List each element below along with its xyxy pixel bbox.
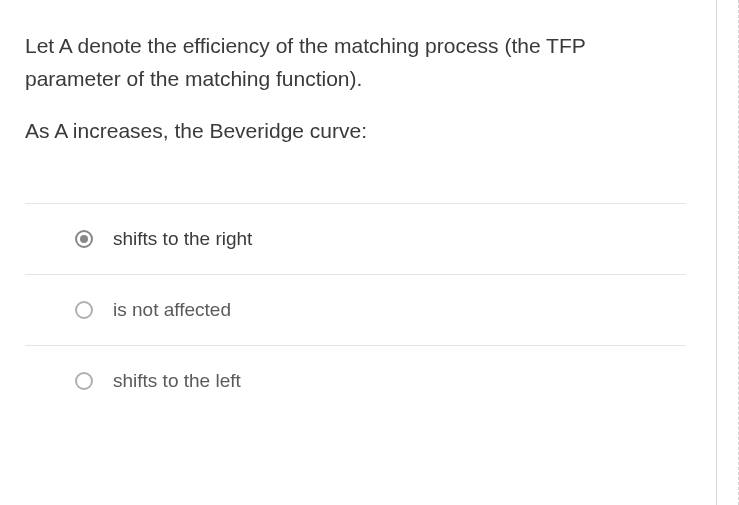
option-label: shifts to the right — [113, 228, 252, 250]
radio-icon — [75, 230, 93, 248]
radio-icon — [75, 372, 93, 390]
question-text-2: As A increases, the Beveridge curve: — [25, 115, 686, 148]
option-label: is not affected — [113, 299, 231, 321]
options-list: shifts to the right is not affected shif… — [25, 203, 686, 416]
option-row-1[interactable]: is not affected — [25, 275, 686, 346]
option-label: shifts to the left — [113, 370, 241, 392]
option-row-0[interactable]: shifts to the right — [25, 204, 686, 275]
option-row-2[interactable]: shifts to the left — [25, 346, 686, 416]
question-text-1: Let A denote the efficiency of the match… — [25, 30, 686, 95]
radio-icon — [75, 301, 93, 319]
question-container: Let A denote the efficiency of the match… — [0, 0, 717, 505]
